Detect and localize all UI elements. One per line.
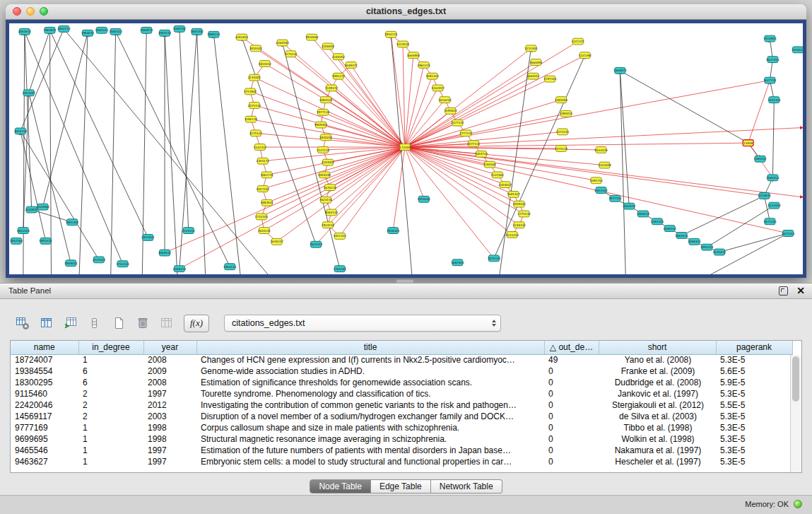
- function-builder-icon[interactable]: f(x): [184, 315, 209, 332]
- table-cell: Tourette syndrome. Phenomenology and cla…: [196, 388, 544, 399]
- graph-node-label: 2204007: [322, 160, 335, 164]
- graph-edge[interactable]: [620, 71, 625, 274]
- table-cell: 0: [544, 366, 599, 377]
- graph-edge[interactable]: [277, 147, 405, 242]
- table-row[interactable]: 946554611997Estimation of the future num…: [11, 445, 792, 456]
- graph-edge[interactable]: [772, 100, 774, 177]
- table-cell: 9463627: [11, 456, 78, 467]
- graph-node-label: 9154419: [594, 148, 608, 152]
- graph-edge[interactable]: [263, 147, 405, 161]
- tab-network-table[interactable]: Network Table: [431, 479, 502, 493]
- graph-edge[interactable]: [620, 71, 748, 143]
- row-tools-icon[interactable]: [85, 314, 104, 333]
- column-chooser-icon[interactable]: [37, 314, 56, 333]
- network-canvas[interactable]: 1724002281812181044222605841275141181041…: [9, 23, 803, 274]
- table-selector-dropdown[interactable]: citations_edges.txt: [224, 315, 501, 332]
- graph-node-label: 2061672: [18, 30, 32, 33]
- graph-edge[interactable]: [116, 32, 230, 267]
- table-row[interactable]: 1872400712008Changes of HCN gene express…: [11, 354, 792, 366]
- table-row[interactable]: 911546021997Tourette syndrome. Phenomeno…: [11, 388, 792, 399]
- table-row[interactable]: 1830029562008Estimation of significance …: [11, 377, 792, 388]
- graph-edge[interactable]: [283, 43, 340, 269]
- graph-edge[interactable]: [263, 147, 405, 189]
- graph-edge[interactable]: [682, 196, 765, 235]
- graph-edge[interactable]: [405, 147, 514, 194]
- graph-edge[interactable]: [312, 37, 405, 147]
- table-settings-icon[interactable]: [13, 314, 32, 333]
- window-titlebar[interactable]: citations_edges.txt: [6, 4, 806, 20]
- table-cell: 18724007: [11, 354, 78, 366]
- graph-edge[interactable]: [180, 29, 189, 230]
- import-table-icon[interactable]: [61, 314, 80, 333]
- table-cell: 5.3E-5: [716, 445, 792, 456]
- delete-table-icon[interactable]: [133, 314, 152, 333]
- graph-edge[interactable]: [393, 147, 405, 230]
- graph-edge[interactable]: [49, 30, 148, 238]
- graph-node-label: 9245012: [713, 250, 726, 254]
- table-disabled-icon[interactable]: [157, 314, 176, 333]
- table-row[interactable]: 1456911722003Disruption of a novel membe…: [11, 411, 792, 422]
- vertical-scrollbar[interactable]: [790, 355, 801, 472]
- graph-edge[interactable]: [405, 143, 748, 147]
- tab-edge-table[interactable]: Edge Table: [371, 479, 431, 493]
- column-header[interactable]: △ out_de…: [544, 341, 599, 354]
- graph-edge[interactable]: [261, 147, 405, 216]
- new-file-icon[interactable]: [109, 314, 128, 333]
- graph-edge[interactable]: [405, 147, 601, 150]
- table-row[interactable]: 1938455462009Genome-wide association stu…: [11, 366, 792, 377]
- table-row[interactable]: 969969511998Structural magnetic resonanc…: [11, 433, 792, 445]
- graph-node-label: 1575143: [555, 147, 568, 151]
- graph-edge[interactable]: [25, 32, 123, 264]
- graph-node-label: 1977152: [608, 197, 622, 200]
- graph-edge[interactable]: [267, 147, 405, 203]
- graph-edge[interactable]: [405, 55, 413, 147]
- graph-edge[interactable]: [339, 76, 405, 147]
- graph-edge[interactable]: [23, 32, 25, 274]
- graph-node-label: 7733103: [255, 215, 269, 218]
- column-header[interactable]: short: [599, 341, 716, 354]
- column-header[interactable]: pagerank: [716, 341, 792, 354]
- graph-node-label: 1616253: [438, 98, 452, 102]
- column-header[interactable]: in_degree: [78, 341, 143, 354]
- graph-edge[interactable]: [405, 147, 524, 214]
- chevron-updown-icon: [492, 320, 496, 327]
- table-row[interactable]: 2242004622012Investigating the contribut…: [11, 399, 792, 411]
- column-header[interactable]: title: [196, 341, 544, 354]
- graph-edge[interactable]: [20, 131, 99, 259]
- float-panel-icon[interactable]: [779, 286, 788, 296]
- graph-edge[interactable]: [748, 81, 770, 144]
- graph-edge[interactable]: [79, 33, 88, 274]
- column-header[interactable]: name: [11, 341, 78, 354]
- graph-edge[interactable]: [165, 147, 405, 252]
- graph-edge[interactable]: [43, 33, 88, 207]
- graph-edge[interactable]: [213, 35, 240, 274]
- graph-node-label: 1060142: [173, 27, 187, 30]
- column-header[interactable]: year: [143, 341, 196, 354]
- graph-edge[interactable]: [620, 71, 629, 206]
- graph-node-label: 1861302: [190, 30, 204, 33]
- graph-edge[interactable]: [20, 131, 46, 240]
- graph-node-label: 2051023: [141, 235, 155, 239]
- graph-edge[interactable]: [494, 55, 585, 258]
- graph-edge[interactable]: [500, 48, 531, 274]
- status-bar: Memory: OK: [0, 495, 812, 514]
- graph-edge[interactable]: [707, 206, 774, 247]
- graph-edge[interactable]: [405, 100, 561, 147]
- graph-edge[interactable]: [180, 147, 405, 269]
- graph-edge[interactable]: [242, 37, 316, 245]
- graph-edge[interactable]: [405, 79, 550, 147]
- graph-edge[interactable]: [25, 32, 32, 210]
- graph-edge[interactable]: [165, 33, 177, 274]
- network-canvas-svg[interactable]: 1724002281812181044222605841275141181041…: [9, 23, 803, 274]
- tab-node-table[interactable]: Node Table: [310, 479, 371, 493]
- graph-edge[interactable]: [331, 147, 405, 212]
- table-cell: Nakamura et al. (1997): [599, 445, 716, 456]
- graph-edge[interactable]: [719, 233, 788, 252]
- table-row[interactable]: 946362711997Embryonic stem cells: a mode…: [11, 456, 792, 467]
- table-row[interactable]: 977716911998Corpus callosum shape and si…: [11, 422, 792, 433]
- close-panel-icon[interactable]: ✕: [796, 286, 805, 296]
- graph-edge[interactable]: [405, 147, 764, 196]
- table-cell: 22420046: [11, 399, 78, 411]
- scrollbar-thumb[interactable]: [792, 356, 799, 402]
- graph-edge[interactable]: [20, 29, 64, 132]
